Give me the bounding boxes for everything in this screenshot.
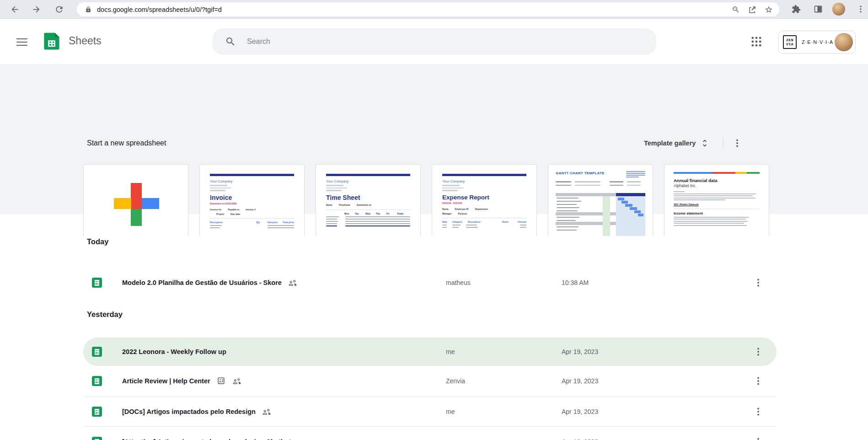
app-header: Sheets ZENVIA Z·E·N·V·I·A xyxy=(0,19,868,64)
template-section: Start a new spreadsheet Template gallery… xyxy=(0,64,868,214)
file-title: Article Review | Help Center xyxy=(122,377,210,385)
share-icon[interactable] xyxy=(748,5,756,14)
account-brand-text: Z·E·N·V·I·A xyxy=(800,39,835,45)
file-list: TodayModelo 2.0 Planilha de Gestão de Us… xyxy=(83,236,777,440)
file-owner: Zenvia xyxy=(446,377,562,385)
divider xyxy=(723,137,723,149)
template-section-title: Start a new spreadsheet xyxy=(87,139,166,147)
file-title: [Attention] Artigos impactados pelo rede… xyxy=(122,438,291,440)
sheets-file-icon xyxy=(91,277,102,288)
section-heading: Yesterday xyxy=(83,309,777,320)
forward-icon[interactable] xyxy=(32,5,41,14)
section-heading: Today xyxy=(83,236,777,247)
back-icon[interactable] xyxy=(10,5,20,14)
unfold-more-icon xyxy=(700,139,709,148)
file-row[interactable]: Modelo 2.0 Planilha de Gestão de Usuário… xyxy=(83,268,777,298)
template-card-expense[interactable]: Your Company Expense Report 01/01/20 - 0… xyxy=(432,164,537,241)
lock-icon xyxy=(85,6,91,13)
file-title: Modelo 2.0 Planilha de Gestão de Usuário… xyxy=(122,279,282,286)
sheets-file-icon xyxy=(91,436,102,440)
account-box[interactable]: ZENVIA Z·E·N·V·I·A xyxy=(778,31,856,54)
bookmark-star-icon[interactable] xyxy=(765,5,773,14)
search-icon xyxy=(225,36,236,47)
browser-menu-kebab-icon[interactable] xyxy=(856,5,865,14)
template-card-annual[interactable]: Annual financial data Alphabet Inc. SEC … xyxy=(664,164,769,241)
file-title: [DOCs] Artigos impactados pelo Redesign xyxy=(122,408,256,415)
sheets-file-icon xyxy=(91,376,102,386)
template-gallery-button[interactable]: Template gallery xyxy=(640,137,713,150)
sheets-file-icon xyxy=(91,406,102,417)
template-menu-kebab-icon[interactable] xyxy=(732,138,743,149)
file-owner: me xyxy=(446,408,562,415)
zoom-out-icon[interactable] xyxy=(732,5,740,14)
browser-profile-avatar[interactable] xyxy=(832,3,845,16)
file-row[interactable]: 2022 Leonora - Weekly Follow upmeApr 19,… xyxy=(83,338,777,366)
account-avatar[interactable] xyxy=(835,33,853,51)
file-owner: matheus xyxy=(446,279,562,286)
zenvia-logo-icon: ZENVIA xyxy=(783,35,797,49)
file-more-options-button[interactable] xyxy=(753,376,764,386)
file-row[interactable]: Article Review | Help CenterZenviaApr 19… xyxy=(83,366,777,396)
people-icon xyxy=(262,407,271,416)
template-card-gantt[interactable]: GANTT CHART TEMPLATE xyxy=(548,164,653,241)
file-owner: me xyxy=(446,348,562,355)
address-bar[interactable]: docs.google.com/spreadsheets/u/0/?tgif=d xyxy=(77,2,779,16)
main-menu-icon[interactable] xyxy=(16,36,27,47)
search-input[interactable] xyxy=(247,38,656,46)
file-more-options-button[interactable] xyxy=(753,406,764,417)
sheets-file-icon xyxy=(91,346,102,357)
browser-toolbar: docs.google.com/spreadsheets/u/0/?tgif=d xyxy=(0,0,868,19)
app-title[interactable]: Sheets xyxy=(69,35,102,47)
file-more-options-button[interactable] xyxy=(753,436,764,440)
file-date: Apr 19, 2023 xyxy=(562,348,703,355)
file-date: 10:38 AM xyxy=(562,279,703,286)
reload-icon[interactable] xyxy=(54,5,64,14)
people-icon xyxy=(232,376,241,386)
file-date: Apr 19, 2023 xyxy=(562,408,703,415)
google-apps-grid-icon[interactable] xyxy=(750,35,763,48)
file-more-options-button[interactable] xyxy=(753,277,764,288)
template-card-blank[interactable] xyxy=(83,164,188,241)
extensions-icon[interactable] xyxy=(792,5,801,14)
template-card-timesheet[interactable]: Your Company Time Sheet Name Timeframe S… xyxy=(316,164,421,241)
sheets-logo-icon[interactable] xyxy=(42,32,61,51)
template-card-invoice[interactable]: Your Company Invoice Submitted on 01/01/… xyxy=(199,164,305,241)
search-bar[interactable] xyxy=(212,28,656,55)
side-panel-icon[interactable] xyxy=(814,5,823,14)
file-date: Apr 19, 2023 xyxy=(562,438,703,440)
file-list-section: Owned by anyone Last opened by me A Z To… xyxy=(0,236,868,440)
plus-icon xyxy=(131,183,142,209)
people-icon xyxy=(288,278,297,287)
file-date: Apr 19, 2023 xyxy=(562,377,703,385)
file-title: 2022 Leonora - Weekly Follow up xyxy=(122,348,226,355)
badge-icon xyxy=(217,376,226,386)
file-row[interactable]: [DOCs] Artigos impactados pelo Redesignm… xyxy=(83,396,777,426)
url-text: docs.google.com/spreadsheets/u/0/?tgif=d xyxy=(97,6,732,13)
file-more-options-button[interactable] xyxy=(753,346,764,357)
file-row[interactable]: [Attention] Artigos impactados pelo rede… xyxy=(83,426,777,440)
